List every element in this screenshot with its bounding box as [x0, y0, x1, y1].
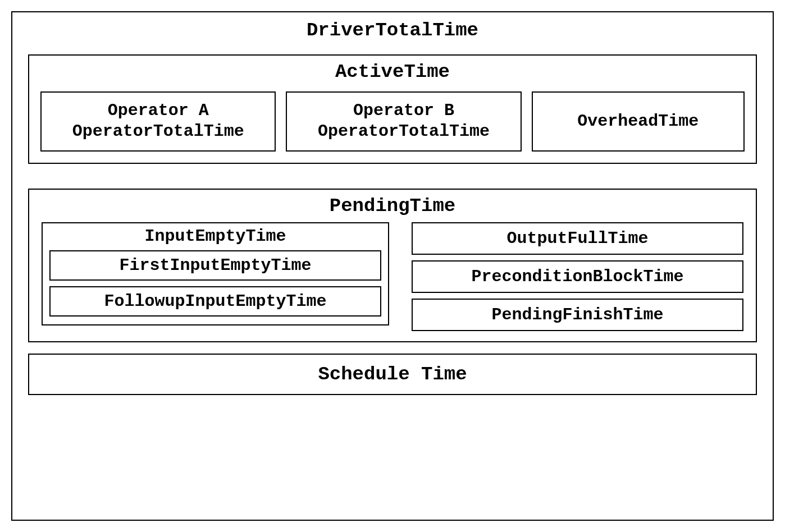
- overhead-time-box: OverheadTime: [532, 91, 745, 152]
- operator-a-line1: Operator A: [46, 100, 270, 122]
- output-full-time-box: OutputFullTime: [412, 222, 743, 255]
- pending-right-column: OutputFullTime PreconditionBlockTime Pen…: [412, 222, 743, 331]
- active-time-box: ActiveTime Operator A OperatorTotalTime …: [28, 54, 757, 164]
- driver-total-time-box: DriverTotalTime ActiveTime Operator A Op…: [11, 11, 774, 521]
- followup-input-empty-time-box: FollowupInputEmptyTime: [49, 286, 381, 317]
- pending-finish-time-box: PendingFinishTime: [412, 299, 743, 331]
- input-empty-time-box: InputEmptyTime FirstInputEmptyTime Follo…: [42, 222, 389, 325]
- overhead-time-label: OverheadTime: [577, 112, 699, 131]
- precondition-block-time-box: PreconditionBlockTime: [412, 260, 743, 293]
- pending-time-title: PendingTime: [42, 195, 743, 217]
- operator-b-line1: Operator B: [291, 100, 515, 122]
- operator-a-box: Operator A OperatorTotalTime: [40, 91, 276, 152]
- driver-total-time-title: DriverTotalTime: [28, 19, 757, 42]
- active-time-title: ActiveTime: [40, 61, 745, 82]
- schedule-time-box: Schedule Time: [28, 354, 757, 395]
- first-input-empty-time-box: FirstInputEmptyTime: [49, 250, 381, 281]
- operator-b-box: Operator B OperatorTotalTime: [286, 91, 521, 152]
- operator-a-line2: OperatorTotalTime: [46, 121, 270, 143]
- pending-time-box: PendingTime InputEmptyTime FirstInputEmp…: [28, 189, 757, 342]
- input-empty-time-title: InputEmptyTime: [49, 227, 381, 246]
- operator-b-line2: OperatorTotalTime: [291, 121, 515, 143]
